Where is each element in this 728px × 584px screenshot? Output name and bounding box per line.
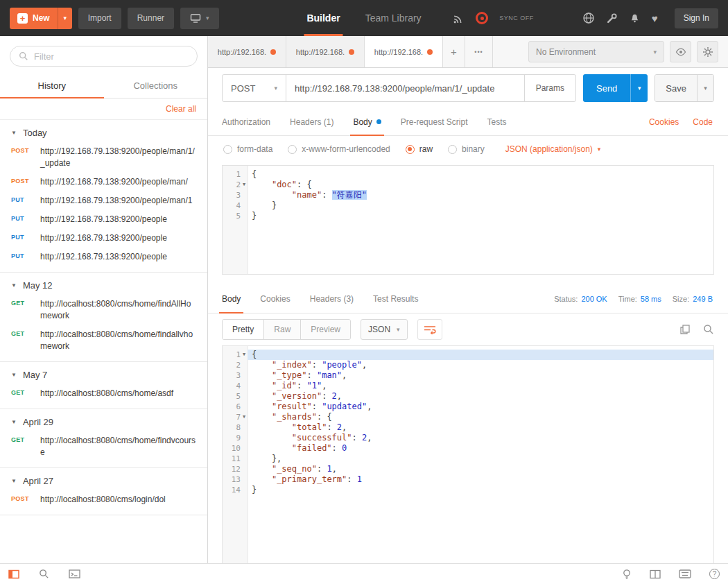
new-tab-button[interactable]: + bbox=[443, 36, 465, 67]
tab-body[interactable]: Body bbox=[343, 108, 390, 135]
history-group-header[interactable]: ▼May 7 bbox=[0, 363, 207, 384]
history-item[interactable]: GEThttp://localhost:8080/cms/home/findAl… bbox=[0, 295, 207, 325]
tab-response-body[interactable]: Body bbox=[212, 284, 250, 313]
history-item[interactable]: POSThttp://192.168.79.138:9200/people/ma… bbox=[0, 142, 207, 173]
runner-button[interactable]: Runner bbox=[128, 8, 174, 29]
history-item[interactable]: GEThttp://localhost:8080/cms/home/findvc… bbox=[0, 431, 207, 462]
wrench-icon[interactable] bbox=[606, 12, 618, 24]
save-button[interactable]: Save bbox=[655, 75, 697, 101]
open-request-tab-label: http://192.168. bbox=[374, 48, 423, 56]
tab-response-cookies[interactable]: Cookies bbox=[250, 284, 300, 313]
settings-button[interactable] bbox=[697, 41, 718, 62]
history-item[interactable]: PUThttp://192.168.79.138:9200/people bbox=[0, 229, 207, 248]
clear-all-link[interactable]: Clear all bbox=[166, 104, 196, 114]
cookies-link[interactable]: Cookies bbox=[649, 117, 679, 127]
open-request-tab[interactable]: http://192.168. bbox=[365, 36, 443, 67]
help-icon[interactable]: ? bbox=[709, 569, 720, 579]
code-line: 3 "_type": "man", bbox=[223, 370, 713, 381]
fold-caret-icon[interactable]: ▼ bbox=[241, 412, 248, 422]
tab-options-button[interactable]: ••• bbox=[465, 36, 493, 67]
tab-authorization[interactable]: Authorization bbox=[212, 108, 280, 135]
gutter-cell: 3 bbox=[223, 190, 248, 200]
collapse-caret-icon: ▼ bbox=[11, 372, 17, 378]
search-response-icon[interactable] bbox=[703, 324, 714, 335]
heart-icon[interactable]: ♥ bbox=[652, 13, 658, 24]
tab-collections[interactable]: Collections bbox=[104, 74, 208, 98]
history-group-header[interactable]: ▼May 12 bbox=[0, 274, 207, 295]
new-dropdown-button[interactable]: ▾ bbox=[58, 8, 72, 29]
tab-history[interactable]: History bbox=[0, 74, 104, 98]
mode-form-data[interactable]: form-data bbox=[223, 144, 272, 154]
filter-input[interactable] bbox=[34, 51, 189, 62]
history-item[interactable]: POSThttp://192.168.79.138:9200/people/ma… bbox=[0, 173, 207, 191]
two-pane-layout-icon[interactable] bbox=[650, 569, 661, 579]
nav-team-library[interactable]: Team Library bbox=[365, 0, 422, 36]
globe-icon[interactable] bbox=[582, 12, 595, 24]
history-item[interactable]: GEThttp://localhost:8080/cms/home/findal… bbox=[0, 325, 207, 356]
record-sync-icon[interactable] bbox=[476, 12, 488, 24]
sidebar: History Collections Clear all ▼TodayPOST… bbox=[0, 36, 208, 563]
history-item[interactable]: GEThttp://localhost:8080/cms/home/asdf bbox=[0, 384, 207, 403]
history-date: May 7 bbox=[23, 370, 47, 380]
mode-binary[interactable]: binary bbox=[448, 144, 485, 154]
view-raw[interactable]: Raw bbox=[264, 320, 301, 339]
history-group-header[interactable]: ▼April 27 bbox=[0, 470, 207, 490]
fold-caret-icon[interactable]: ▼ bbox=[241, 350, 248, 360]
request-code[interactable]: 1{2▼ "doc": {3 "name": "符嘉阳"4 }5} bbox=[223, 166, 713, 274]
view-pretty[interactable]: Pretty bbox=[223, 320, 264, 339]
open-request-tab[interactable]: http://192.168. bbox=[208, 36, 286, 67]
url-input[interactable] bbox=[286, 83, 524, 94]
history-item[interactable]: PUThttp://192.168.79.138:9200/people bbox=[0, 210, 207, 229]
content-type-select[interactable]: JSON (application/json) ▾ bbox=[505, 144, 601, 154]
code-line: 2 "_index": "people", bbox=[223, 360, 713, 370]
runner-button-label: Runner bbox=[137, 13, 164, 23]
fold-caret-icon[interactable]: ▼ bbox=[241, 180, 248, 190]
environment-select[interactable]: No Environment ▾ bbox=[528, 41, 664, 62]
bell-icon[interactable] bbox=[629, 12, 641, 24]
sign-in-button[interactable]: Sign In bbox=[675, 8, 718, 28]
history-url: http://localhost:8080/cms/home/findallvh… bbox=[40, 329, 198, 352]
mode-raw[interactable]: raw bbox=[406, 144, 433, 154]
tab-response-headers[interactable]: Headers (3) bbox=[300, 284, 363, 313]
chevron-down-icon: ▾ bbox=[274, 85, 277, 92]
nav-builder[interactable]: Builder bbox=[306, 0, 340, 36]
workspace-button[interactable]: ▾ bbox=[180, 8, 219, 29]
mode-urlencoded[interactable]: x-www-form-urlencoded bbox=[288, 144, 390, 154]
method-badge: POST bbox=[11, 494, 35, 502]
new-button[interactable]: + New bbox=[10, 8, 58, 29]
method-select[interactable]: POST ▾ bbox=[223, 75, 286, 101]
tab-test-results[interactable]: Test Results bbox=[363, 284, 428, 313]
status-value: 200 OK bbox=[581, 295, 607, 303]
send-button[interactable]: Send bbox=[583, 74, 630, 102]
save-dropdown-button[interactable]: ▾ bbox=[697, 75, 713, 101]
history-group: ▼May 7GEThttp://localhost:8080/cms/home/… bbox=[0, 362, 207, 409]
history-item[interactable]: PUThttp://192.168.79.138:9200/people/man… bbox=[0, 191, 207, 210]
code-link[interactable]: Code bbox=[693, 117, 713, 127]
lightbulb-icon[interactable] bbox=[622, 569, 632, 580]
search-icon bbox=[19, 51, 28, 61]
open-request-tab[interactable]: http://192.168. bbox=[286, 36, 365, 67]
import-button[interactable]: Import bbox=[78, 8, 121, 29]
global-search-icon[interactable] bbox=[39, 569, 49, 579]
history-group-header[interactable]: ▼April 29 bbox=[0, 411, 207, 431]
keyboard-shortcuts-icon[interactable] bbox=[679, 569, 691, 578]
tab-pre-request-script[interactable]: Pre-request Script bbox=[391, 108, 478, 135]
response-format-select[interactable]: JSON ▾ bbox=[361, 319, 408, 340]
statusbar: ? bbox=[0, 563, 728, 584]
history-item[interactable]: PUThttp://192.168.79.138:9200/people bbox=[0, 248, 207, 266]
wrap-text-button[interactable] bbox=[417, 319, 442, 340]
send-dropdown-button[interactable]: ▾ bbox=[630, 74, 648, 102]
sidebar-toggle-icon[interactable] bbox=[8, 569, 19, 580]
tab-tests[interactable]: Tests bbox=[477, 108, 516, 135]
environment-preview-button[interactable] bbox=[670, 41, 691, 62]
params-button[interactable]: Params bbox=[524, 75, 575, 101]
console-icon[interactable] bbox=[69, 569, 80, 579]
view-preview[interactable]: Preview bbox=[301, 320, 350, 339]
request-body-editor[interactable]: 1{2▼ "doc": {3 "name": "符嘉阳"4 }5} bbox=[222, 165, 714, 275]
tab-headers[interactable]: Headers (1) bbox=[280, 108, 343, 135]
history-group-header[interactable]: ▼Today bbox=[0, 121, 207, 142]
copy-icon[interactable] bbox=[679, 324, 691, 335]
sync-icon[interactable] bbox=[453, 12, 465, 24]
history-item[interactable]: POSThttp://localhost:8080/cms/login/dol bbox=[0, 490, 207, 509]
time-value: 58 ms bbox=[641, 295, 661, 303]
